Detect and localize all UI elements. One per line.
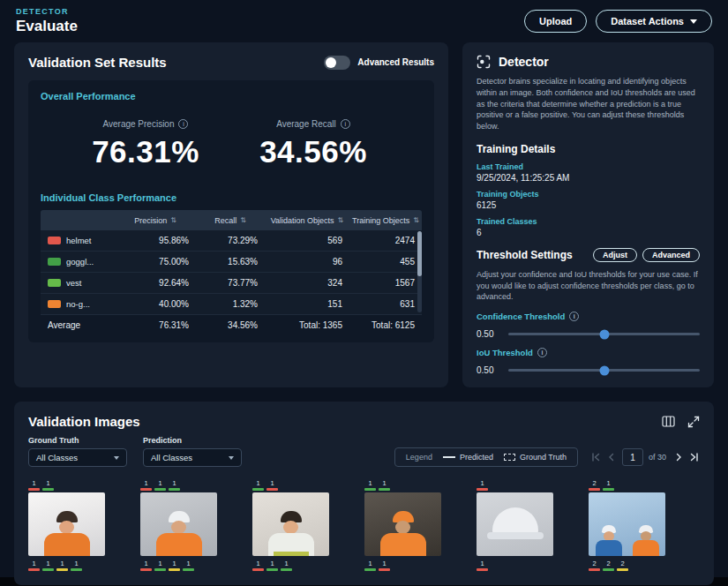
validation-image-tile[interactable]: 1 1 bbox=[477, 476, 553, 573]
validation-image[interactable] bbox=[589, 492, 665, 556]
upload-button[interactable]: Upload bbox=[524, 10, 587, 33]
scrollbar-thumb[interactable] bbox=[417, 231, 422, 276]
column-validation-objects[interactable]: Validation Objects⇅ bbox=[265, 210, 349, 230]
validation-image[interactable] bbox=[477, 492, 553, 556]
overall-performance-heading: Overall Performance bbox=[41, 91, 422, 101]
sort-icon[interactable]: ⇅ bbox=[338, 216, 344, 224]
page-header: DETECTOR Evaluate Upload Dataset Actions bbox=[0, 0, 728, 39]
validation-image[interactable] bbox=[252, 492, 329, 556]
last-trained-label: Last Trained bbox=[477, 162, 700, 171]
advanced-button[interactable]: Advanced bbox=[642, 248, 700, 262]
average-recall-value: 34.56% bbox=[229, 134, 397, 169]
prediction-label: Prediction bbox=[143, 436, 242, 445]
columns-view-icon[interactable] bbox=[662, 416, 675, 427]
first-page-button[interactable] bbox=[590, 452, 601, 462]
validation-image-tile[interactable]: 1 1 1 1 1 1 bbox=[28, 476, 105, 573]
class-count-badge: 1 bbox=[140, 558, 152, 571]
training-details-heading: Training Details bbox=[477, 143, 700, 155]
class-color-swatch bbox=[48, 258, 61, 266]
validation-image[interactable] bbox=[364, 492, 441, 556]
ground-truth-selected-value: All Classes bbox=[36, 453, 78, 462]
sort-icon[interactable]: ⇅ bbox=[170, 216, 176, 224]
main-content: Validation Set Results Advanced Results … bbox=[0, 39, 728, 387]
training-objects-value: 631 bbox=[349, 294, 422, 314]
slider-thumb[interactable] bbox=[599, 329, 609, 339]
last-page-button[interactable] bbox=[689, 452, 700, 462]
class-count-badge: 1 bbox=[364, 477, 376, 491]
expand-icon[interactable] bbox=[687, 416, 700, 428]
ground-truth-badges: 1 1 1 bbox=[252, 558, 329, 571]
class-count-badge: 2 bbox=[603, 558, 614, 571]
info-icon[interactable]: i bbox=[569, 312, 579, 321]
validation-objects-value: 569 bbox=[265, 230, 349, 251]
prediction-select[interactable]: All Classes bbox=[143, 448, 242, 467]
sort-icon[interactable]: ⇅ bbox=[413, 216, 419, 224]
prev-page-button[interactable] bbox=[606, 452, 617, 462]
prediction-filter: Prediction All Classes bbox=[143, 436, 242, 467]
confidence-threshold-slider[interactable] bbox=[508, 333, 700, 335]
precision-value: 75.00% bbox=[115, 252, 196, 272]
iou-threshold-slider[interactable] bbox=[508, 369, 700, 372]
prediction-badges: 1 1 bbox=[364, 477, 441, 491]
class-count-badge: 1 bbox=[42, 558, 54, 571]
column-recall[interactable]: Recall⇅ bbox=[196, 210, 265, 230]
detector-description: Detector brains specialize in locating a… bbox=[477, 76, 700, 132]
info-icon[interactable]: i bbox=[178, 119, 188, 129]
class-count-badge: 1 bbox=[169, 477, 180, 491]
class-color-swatch bbox=[48, 300, 61, 308]
validation-image-tile[interactable]: 1 1 1 1 bbox=[364, 476, 441, 573]
table-header-row: Precision⇅ Recall⇅ Validation Objects⇅ T… bbox=[41, 210, 422, 230]
results-panel: Overall Performance Average Precision i … bbox=[28, 80, 434, 342]
dataset-actions-button[interactable]: Dataset Actions bbox=[596, 10, 712, 33]
recall-value: 73.77% bbox=[196, 273, 265, 293]
sort-icon[interactable]: ⇅ bbox=[240, 216, 246, 224]
prediction-badges: 1 bbox=[477, 477, 553, 491]
threshold-description: Adjust your confidence and IoU threshold… bbox=[477, 269, 700, 303]
table-scrollbar[interactable] bbox=[417, 231, 422, 312]
class-count-badge: 1 bbox=[140, 477, 152, 491]
validation-images-card: Validation Images Ground Truth bbox=[14, 402, 714, 585]
page-input[interactable] bbox=[622, 448, 643, 466]
training-objects-value: 455 bbox=[349, 252, 422, 272]
advanced-results-toggle[interactable] bbox=[324, 56, 350, 70]
class-count-badge: 1 bbox=[379, 558, 390, 571]
validation-image-tile[interactable]: 1 1 1 1 1 1 1 bbox=[140, 476, 217, 573]
page-title: Evaluate bbox=[16, 18, 78, 35]
column-training-objects[interactable]: Training Objects⇅ bbox=[349, 210, 422, 230]
validation-image-tile[interactable]: 1 1 1 1 1 bbox=[252, 476, 329, 573]
adjust-button[interactable]: Adjust bbox=[593, 248, 637, 262]
info-icon[interactable]: i bbox=[537, 348, 547, 357]
ground-truth-box-icon bbox=[504, 454, 515, 461]
chevron-down-icon bbox=[690, 19, 697, 24]
class-count-badge: 1 bbox=[169, 558, 180, 571]
slider-thumb[interactable] bbox=[599, 365, 609, 375]
thumbnail-row: 1 1 1 1 1 1 1 1 1 bbox=[28, 476, 700, 573]
validation-image-tile[interactable]: 2 1 2 2 bbox=[589, 476, 665, 573]
class-count-badge: 1 bbox=[477, 477, 488, 491]
detector-icon bbox=[477, 55, 491, 69]
class-count-badge: 1 bbox=[379, 477, 390, 491]
column-precision[interactable]: Precision⇅ bbox=[115, 210, 196, 230]
ground-truth-badges: 1 bbox=[477, 558, 553, 571]
overall-metrics: Average Precision i 76.31% Average Recal… bbox=[41, 101, 422, 192]
class-count-badge: 1 bbox=[266, 558, 278, 571]
class-count-badge: 1 bbox=[28, 477, 40, 491]
validation-image[interactable] bbox=[28, 492, 105, 556]
class-count-badge: 1 bbox=[477, 558, 488, 571]
validation-images-title: Validation Images bbox=[28, 414, 140, 429]
validation-image[interactable] bbox=[140, 492, 217, 556]
last-trained-detail: Last Trained 9/25/2024, 11:25:25 AM bbox=[477, 162, 700, 183]
ground-truth-label: Ground Truth bbox=[28, 436, 127, 445]
class-count-badge: 1 bbox=[71, 558, 82, 571]
prediction-badges: 1 1 bbox=[28, 477, 105, 491]
precision-value: 40.00% bbox=[115, 294, 196, 314]
table-row: vest 92.64% 73.77% 324 1567 bbox=[41, 273, 422, 294]
pagination: of 30 bbox=[590, 448, 700, 466]
ground-truth-select[interactable]: All Classes bbox=[28, 448, 127, 467]
class-count-badge: 1 bbox=[281, 558, 292, 571]
class-name: vest bbox=[66, 278, 81, 288]
header-actions: Upload Dataset Actions bbox=[524, 10, 712, 33]
column-class bbox=[41, 210, 115, 230]
info-icon[interactable]: i bbox=[341, 119, 350, 129]
next-page-button[interactable] bbox=[673, 452, 684, 462]
